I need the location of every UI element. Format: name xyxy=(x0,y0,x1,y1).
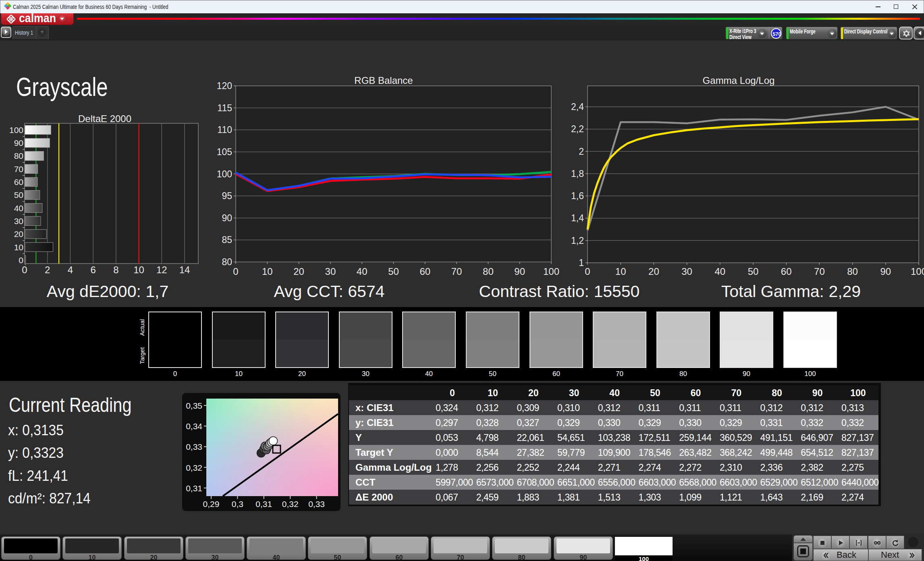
svg-text:30: 30 xyxy=(681,266,692,277)
svg-text:0,33: 0,33 xyxy=(186,442,202,451)
svg-text:1,8: 1,8 xyxy=(571,168,584,179)
svg-text:20: 20 xyxy=(293,266,304,277)
svg-text:0: 0 xyxy=(22,264,27,275)
svg-text:0,32: 0,32 xyxy=(186,463,202,472)
svg-text:100: 100 xyxy=(9,125,23,135)
svg-text:90: 90 xyxy=(14,138,23,148)
svg-text:2,2: 2,2 xyxy=(571,124,584,134)
svg-text:90: 90 xyxy=(880,266,891,277)
svg-text:0,3: 0,3 xyxy=(232,499,243,509)
svg-text:60: 60 xyxy=(781,266,792,277)
svg-text:4: 4 xyxy=(68,264,73,275)
svg-text:12: 12 xyxy=(156,264,167,275)
svg-text:0: 0 xyxy=(585,266,590,277)
svg-text:100: 100 xyxy=(217,169,232,179)
svg-text:2: 2 xyxy=(579,146,584,157)
svg-text:0: 0 xyxy=(233,266,238,277)
svg-text:80: 80 xyxy=(14,151,23,160)
svg-text:95: 95 xyxy=(222,191,232,201)
svg-text:70: 70 xyxy=(814,266,825,277)
svg-text:60: 60 xyxy=(14,177,23,187)
svg-text:70: 70 xyxy=(451,266,462,277)
svg-text:120: 120 xyxy=(217,81,232,91)
svg-text:10: 10 xyxy=(133,264,144,275)
svg-text:100: 100 xyxy=(911,266,924,277)
svg-text:1,2: 1,2 xyxy=(571,235,584,246)
svg-text:30: 30 xyxy=(325,266,336,277)
svg-text:50: 50 xyxy=(14,190,23,199)
svg-text:10: 10 xyxy=(14,243,23,252)
svg-text:0,33: 0,33 xyxy=(308,499,325,509)
svg-text:85: 85 xyxy=(222,235,232,245)
svg-text:10: 10 xyxy=(615,266,626,277)
svg-text:0: 0 xyxy=(19,256,23,265)
svg-text:40: 40 xyxy=(357,266,368,277)
svg-text:0,29: 0,29 xyxy=(203,499,220,509)
svg-text:1,6: 1,6 xyxy=(571,191,584,201)
svg-text:14: 14 xyxy=(179,264,190,275)
svg-text:8: 8 xyxy=(113,264,118,275)
svg-text:6: 6 xyxy=(91,264,96,275)
svg-text:40: 40 xyxy=(14,204,23,213)
svg-text:30: 30 xyxy=(14,216,23,226)
svg-text:1,4: 1,4 xyxy=(571,213,584,223)
svg-text:100: 100 xyxy=(543,266,559,277)
svg-text:105: 105 xyxy=(217,147,232,157)
svg-text:1: 1 xyxy=(579,258,584,268)
svg-text:115: 115 xyxy=(217,103,232,113)
svg-text:90: 90 xyxy=(514,266,525,277)
svg-text:0,34: 0,34 xyxy=(186,422,202,431)
svg-text:80: 80 xyxy=(222,257,232,267)
svg-text:50: 50 xyxy=(748,266,759,277)
svg-text:20: 20 xyxy=(648,266,659,277)
svg-text:60: 60 xyxy=(419,266,430,277)
svg-text:0,31: 0,31 xyxy=(255,499,272,509)
svg-text:2: 2 xyxy=(45,264,50,275)
svg-text:0,32: 0,32 xyxy=(282,499,299,509)
svg-text:90: 90 xyxy=(222,213,232,223)
svg-text:0,31: 0,31 xyxy=(186,484,202,493)
svg-text:110: 110 xyxy=(217,125,232,135)
svg-text:80: 80 xyxy=(847,266,858,277)
svg-text:40: 40 xyxy=(714,266,725,277)
svg-text:2,4: 2,4 xyxy=(571,102,584,112)
svg-text:50: 50 xyxy=(388,266,399,277)
svg-text:70: 70 xyxy=(14,164,23,174)
svg-text:80: 80 xyxy=(483,266,494,277)
svg-text:10: 10 xyxy=(262,266,273,277)
svg-text:0,35: 0,35 xyxy=(186,401,202,410)
svg-text:20: 20 xyxy=(14,229,23,239)
